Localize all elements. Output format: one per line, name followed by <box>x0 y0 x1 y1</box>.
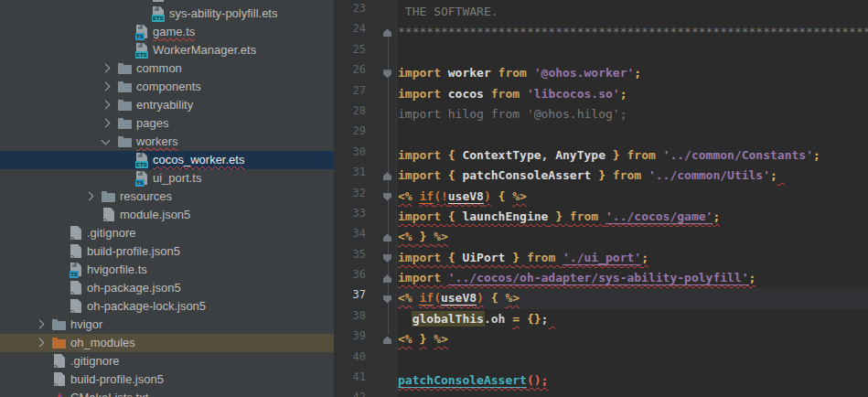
tree-item-cmakelists-txt[interactable]: CMakeLists.txt <box>0 389 334 397</box>
code-token <box>591 168 598 182</box>
code-line-35[interactable]: import { UiPort } from './ui_port'; <box>398 248 868 268</box>
code-line-34[interactable]: <% } %> <box>398 227 868 247</box>
folder-icon <box>118 134 133 149</box>
tree-item-gitignore[interactable]: ⊘.gitignore <box>0 224 334 242</box>
tree-item-workers[interactable]: workers <box>0 133 334 151</box>
editor-pane: 2324252627282930313233343536373839404142… <box>334 0 868 397</box>
code-token: '../common/Utils' <box>648 168 770 182</box>
line-number-42[interactable]: 42 <box>334 391 396 397</box>
code-token: ( <box>434 291 441 305</box>
tree-item-resources[interactable]: resources <box>0 188 334 206</box>
code-token: UiPort <box>462 251 505 264</box>
code-line-42[interactable] <box>398 391 868 397</box>
ts-file-icon: TS <box>69 263 83 277</box>
chevron-right-icon[interactable] <box>102 82 111 91</box>
code-token: import <box>398 87 448 101</box>
code-token: '@ohos.worker' <box>534 66 635 80</box>
code-line-31[interactable]: import { patchConsoleAssert } from '../c… <box>398 166 868 186</box>
tree-item-build-profile-json5[interactable]: ⊙build-profile.json5 <box>0 242 334 261</box>
chevron-right-icon[interactable] <box>36 320 45 329</box>
tree-item-oh-modules[interactable]: oh_modules <box>0 334 334 352</box>
tree-item-module-json5[interactable]: ⊙module.json5 <box>0 206 334 224</box>
chevron-right-icon[interactable] <box>85 192 94 201</box>
line-number-25[interactable]: 25 <box>334 43 396 63</box>
line-number-23[interactable]: 23 <box>334 2 396 22</box>
chevron-right-icon[interactable] <box>102 64 111 73</box>
json5-file-icon: ⊙ <box>52 372 67 387</box>
tree-item-common[interactable]: common <box>0 59 334 78</box>
tree-item-label: entryability <box>136 96 193 114</box>
tree-item-entryability[interactable]: entryability <box>0 96 334 114</box>
code-token: { <box>448 251 463 264</box>
ets-file-icon: ETS <box>134 43 149 58</box>
code-token: useV8 <box>441 291 477 306</box>
chevron-right-icon[interactable] <box>102 101 111 110</box>
code-token: from <box>527 251 563 264</box>
code-line-33[interactable]: import { launchEngine } from '../cocos/g… <box>398 207 868 227</box>
code-token: ) <box>477 291 484 305</box>
code-line-38[interactable]: globalThis.oh = {}; <box>398 309 868 329</box>
tree-item-hvigorfile-ts[interactable]: TShvigorfile.ts <box>0 261 334 279</box>
tree-item-ui-port-ts[interactable]: TSui_port.ts <box>0 169 334 188</box>
code-token: patchConsoleAssert <box>462 168 591 182</box>
code-reference-link[interactable]: './ui_port' <box>563 251 641 265</box>
line-number-27[interactable]: 27 <box>334 84 396 104</box>
line-number-33[interactable]: 33 <box>334 207 396 227</box>
code-token: {} <box>527 312 541 326</box>
tree-item-gitignore[interactable]: ⊘.gitignore <box>0 352 334 370</box>
tree-item-hvigor[interactable]: hvigor <box>0 316 334 334</box>
chevron-right-icon[interactable] <box>36 338 45 348</box>
code-reference-link[interactable]: '../cocos/oh-adapter/sys-ability-polyfil… <box>448 271 749 285</box>
chevron-right-icon[interactable] <box>102 119 111 128</box>
folder-icon <box>52 336 67 350</box>
code-token: ) <box>484 189 491 203</box>
code-line-32[interactable]: <% if(!useV8) { %> <box>398 187 868 207</box>
code-line-40[interactable] <box>398 350 868 370</box>
tree-item-sys-ability-polyfill-ets[interactable]: ETSsys-ability-polyfill.ets <box>0 5 334 23</box>
tree-item-oh-package-lock-json5[interactable]: ⊙oh-package-lock.json5 <box>0 297 334 316</box>
line-number-41[interactable]: 41 <box>334 370 396 391</box>
code-reference-link[interactable]: patchConsoleAssert <box>398 373 527 388</box>
code-token: ; <box>713 209 720 223</box>
chevron-down-icon[interactable] <box>102 136 111 145</box>
code-token <box>398 312 413 326</box>
line-number-28[interactable]: 28 <box>334 104 396 124</box>
code-token: cocos <box>448 87 484 101</box>
line-number-29[interactable]: 29 <box>334 124 396 145</box>
code-token: %> <box>434 230 448 243</box>
code-line-27[interactable]: import cocos from 'libcocos.so'; <box>398 84 868 104</box>
code-line-28[interactable]: import hilog from '@ohos.hilog'; <box>398 104 868 124</box>
code-line-37[interactable]: <% if(useV8) { %> <box>398 288 868 308</box>
line-number-30[interactable]: 30 <box>334 145 396 166</box>
code-line-23[interactable]: THE SOFTWARE. <box>398 2 868 22</box>
code-line-24[interactable]: ****************************************… <box>398 22 868 42</box>
code-reference-link[interactable]: '../cocos/game' <box>605 209 713 224</box>
code-token: ; <box>813 148 820 162</box>
code-token <box>605 148 613 162</box>
tree-item-pages[interactable]: pages <box>0 114 334 133</box>
code-token <box>777 168 785 182</box>
code-line-25[interactable] <box>398 43 868 63</box>
code-line-36[interactable]: import '../cocos/oh-adapter/sys-ability-… <box>398 268 868 288</box>
code-line-41[interactable]: patchConsoleAssert(); <box>398 370 868 391</box>
code-line-30[interactable]: import { ContextType, AnyType } from '..… <box>398 145 868 166</box>
tree-item-game-ts[interactable]: TSgame.ts <box>0 23 334 41</box>
code-area[interactable]: THE SOFTWARE.***************************… <box>397 0 868 397</box>
code-line-29[interactable] <box>398 124 868 145</box>
code-token: (! <box>434 189 448 203</box>
tree-item-workermanager-ets[interactable]: ETSWorkerManager.ets <box>0 41 334 59</box>
line-number-38[interactable]: 38 <box>334 309 396 329</box>
tree-item-cocos-worker-ets[interactable]: ETScocos_worker.ets <box>0 151 334 169</box>
code-line-26[interactable]: import worker from '@ohos.worker'; <box>398 63 868 83</box>
line-number-40[interactable]: 40 <box>334 350 396 370</box>
tree-item-label: workers <box>136 133 178 151</box>
code-token: ContextType <box>462 148 541 162</box>
tree-item-components[interactable]: components <box>0 78 334 96</box>
code-line-39[interactable]: <% } %> <box>398 329 868 349</box>
code-token: } <box>512 251 527 264</box>
tree-item-build-profile-json5[interactable]: ⊙build-profile.json5 <box>0 370 334 389</box>
folder-icon <box>52 317 67 332</box>
code-token: from <box>627 148 662 162</box>
tree-item-oh-package-json5[interactable]: ⊙oh-package.json5 <box>0 279 334 297</box>
file-file-icon <box>151 0 166 3</box>
